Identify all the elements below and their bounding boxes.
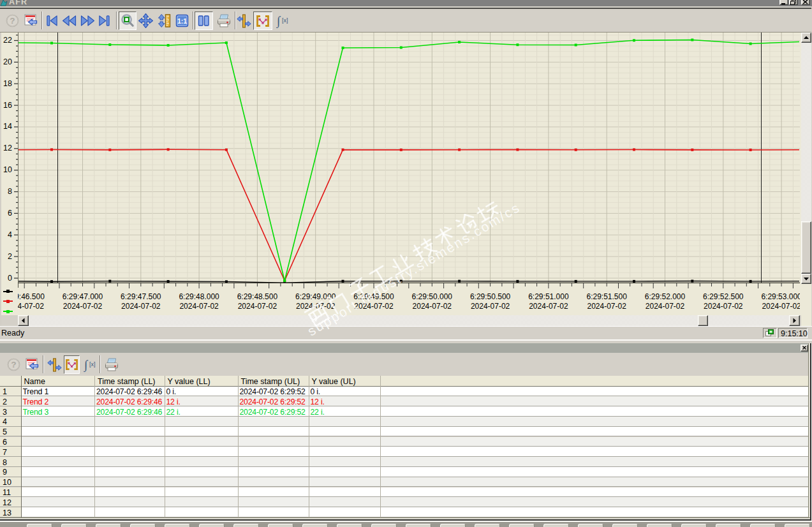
svg-text:1:1: 1:1 [177,17,187,25]
svg-text:?: ? [10,16,15,26]
svg-text:∫: ∫ [276,14,281,28]
svg-text:∫: ∫ [84,358,89,372]
svg-text:[x]: [x] [282,17,288,24]
svg-text:?: ? [11,360,16,369]
svg-text:[x]: [x] [89,361,96,367]
